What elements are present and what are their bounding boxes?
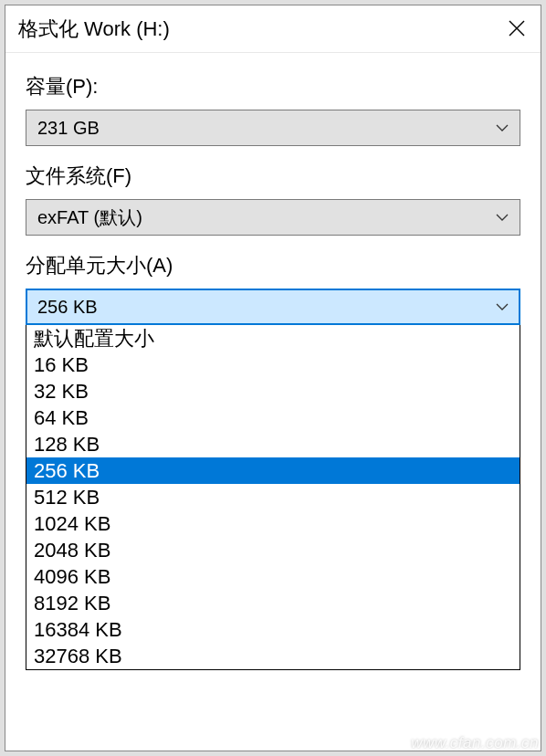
filesystem-select[interactable]: exFAT (默认) [26,199,520,236]
allocation-option[interactable]: 64 KB [26,404,520,431]
allocation-option[interactable]: 16384 KB [26,616,520,643]
allocation-option[interactable]: 4096 KB [26,563,520,590]
allocation-label: 分配单元大小(A) [26,252,520,279]
allocation-option[interactable]: 32 KB [26,378,520,404]
chevron-down-icon [496,214,509,221]
allocation-value: 256 KB [37,297,98,318]
titlebar: 格式化 Work (H:) [5,5,541,53]
capacity-group: 容量(P): 231 GB [26,73,520,146]
allocation-option[interactable]: 2048 KB [26,537,520,563]
allocation-option[interactable]: 32768 KB [26,643,520,669]
capacity-value: 231 GB [37,118,100,139]
filesystem-value: exFAT (默认) [37,205,142,230]
chevron-down-icon [496,124,509,131]
allocation-option[interactable]: 256 KB [26,457,520,484]
allocation-option[interactable]: 16 KB [26,352,520,378]
filesystem-label: 文件系统(F) [26,163,520,190]
allocation-dropdown-list: 默认配置大小16 KB32 KB64 KB128 KB256 KB512 KB1… [26,325,520,670]
allocation-select[interactable]: 256 KB [26,289,520,325]
filesystem-group: 文件系统(F) exFAT (默认) [26,163,520,236]
close-button[interactable] [508,17,526,41]
allocation-option[interactable]: 1024 KB [26,510,520,537]
allocation-option[interactable]: 512 KB [26,484,520,510]
dialog-title: 格式化 Work (H:) [18,16,170,43]
capacity-label: 容量(P): [26,73,520,100]
capacity-select[interactable]: 231 GB [26,110,520,146]
dialog-content: 容量(P): 231 GB 文件系统(F) exFAT (默认) 分配单元大小(… [5,53,541,670]
format-dialog: 格式化 Work (H:) 容量(P): 231 GB 文件系统(F) exFA… [5,5,541,751]
allocation-group: 分配单元大小(A) 256 KB 默认配置大小16 KB32 KB64 KB12… [26,252,520,670]
chevron-down-icon [496,303,509,310]
allocation-option[interactable]: 128 KB [26,431,520,457]
allocation-option[interactable]: 8192 KB [26,590,520,616]
close-icon [508,19,526,37]
allocation-option[interactable]: 默认配置大小 [26,325,520,352]
